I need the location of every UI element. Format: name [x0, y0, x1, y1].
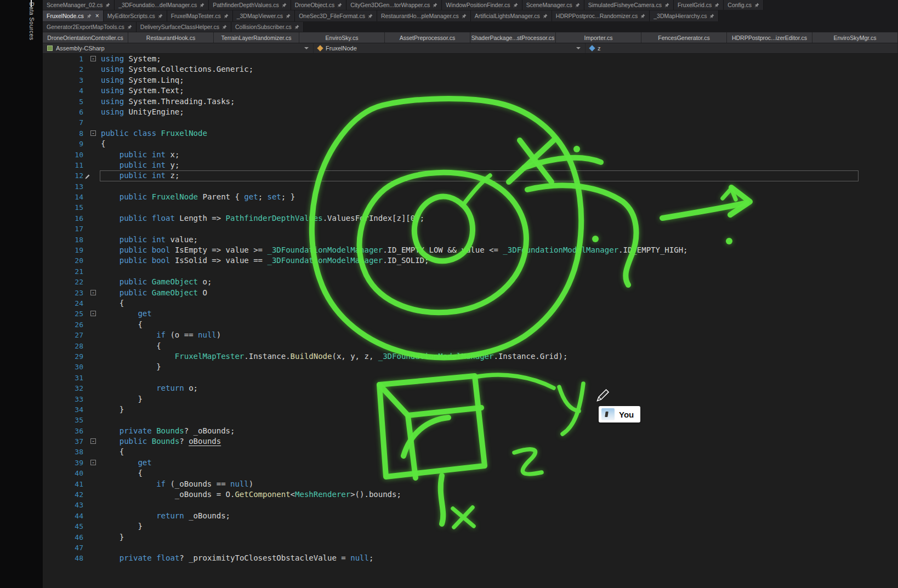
- tab-FruxelNode.cs[interactable]: FruxelNode.cs×: [43, 10, 104, 21]
- code-line-9[interactable]: 9{: [43, 139, 898, 149]
- code-line-34[interactable]: 34 }: [43, 404, 898, 415]
- tab-CityGen3DGen...torWrapper.cs[interactable]: CityGen3DGen...torWrapper.cs: [346, 0, 442, 10]
- code-line-11[interactable]: 11 public int y;: [43, 160, 898, 170]
- code-line-16[interactable]: 16 public float Length => PathfinderDept…: [43, 213, 898, 224]
- code-line-19[interactable]: 19 public bool IsEmpty => value >= _3DFo…: [43, 245, 898, 255]
- tab-Config.cs[interactable]: Config.cs: [724, 0, 764, 10]
- code-line-17[interactable]: 17: [43, 224, 898, 234]
- tab-HDRPPostproc...izerEditor.cs[interactable]: HDRPPostproc...izerEditor.cs: [727, 32, 812, 43]
- tab-OneSec3D_FileFormat.cs[interactable]: OneSec3D_FileFormat.cs: [295, 10, 377, 21]
- code-editor[interactable]: 1-using System;2using System.Collections…: [43, 54, 898, 588]
- code-line-37[interactable]: 37- public Bounds? oBounds: [43, 436, 898, 447]
- pushpin-icon[interactable]: [87, 14, 92, 19]
- code-line-12[interactable]: 12 public int z;: [43, 170, 898, 181]
- code-line-28[interactable]: 28 {: [43, 341, 898, 351]
- code-line-30[interactable]: 30 }: [43, 362, 898, 372]
- code-line-4[interactable]: 4using System.Text;: [43, 85, 898, 96]
- pushpin-icon[interactable]: [664, 3, 669, 8]
- code-line-20[interactable]: 20 public bool IsSolid => value == _3DFo…: [43, 255, 898, 266]
- pushpin-icon[interactable]: [337, 3, 342, 8]
- fold-minus-icon[interactable]: -: [90, 311, 96, 316]
- pushpin-icon[interactable]: [282, 3, 287, 8]
- type-dropdown[interactable]: FruxelNode: [314, 43, 586, 53]
- fold-minus-icon[interactable]: -: [90, 460, 96, 465]
- tab-SceneManager.cs[interactable]: SceneManager.cs: [522, 0, 584, 10]
- code-line-43[interactable]: 43: [43, 500, 898, 510]
- tab-Generator2ExportMapTools.cs[interactable]: Generator2ExportMapTools.cs: [43, 22, 137, 32]
- code-line-6[interactable]: 6using UnityEngine;: [43, 107, 898, 117]
- code-line-8[interactable]: 8-public class FruxelNode: [43, 128, 898, 139]
- pushpin-icon[interactable]: [222, 25, 227, 30]
- code-line-32[interactable]: 32 return o;: [43, 383, 898, 393]
- code-line-47[interactable]: 47: [43, 543, 898, 553]
- fold-minus-icon[interactable]: -: [90, 130, 96, 136]
- code-line-35[interactable]: 35: [43, 415, 898, 425]
- code-line-46[interactable]: 46 }: [43, 532, 898, 543]
- tab-FencesGenerator.cs[interactable]: FencesGenerator.cs: [641, 32, 727, 43]
- tab-ArtificialLightsManager.cs[interactable]: ArtificialLightsManager.cs: [471, 10, 552, 21]
- code-line-21[interactable]: 21: [43, 266, 898, 277]
- tab-TerrainLayerRandomizer.cs[interactable]: TerrainLayerRandomizer.cs: [214, 32, 299, 43]
- code-line-10[interactable]: 10 public int x;: [43, 150, 898, 160]
- code-line-26[interactable]: 26 {: [43, 319, 898, 330]
- code-line-15[interactable]: 15: [43, 202, 898, 213]
- pushpin-icon[interactable]: [709, 14, 714, 19]
- tab-Importer.cs[interactable]: Importer.cs: [556, 32, 641, 43]
- fold-minus-icon[interactable]: -: [90, 290, 96, 295]
- tab-WindowPositionFinder.cs[interactable]: WindowPositionFinder.cs: [442, 0, 522, 10]
- pushpin-icon[interactable]: [294, 25, 299, 30]
- chevron-down-icon[interactable]: [304, 47, 309, 49]
- code-line-1[interactable]: 1-using System;: [43, 54, 898, 64]
- tab-EnviroSky.cs[interactable]: EnviroSky.cs: [299, 32, 385, 43]
- fold-minus-icon[interactable]: -: [90, 438, 96, 444]
- pushpin-icon[interactable]: [158, 14, 163, 19]
- tab-RestaurantHook.cs[interactable]: RestaurantHook.cs: [128, 32, 214, 43]
- tab-EnviroSkyMgr.cs[interactable]: EnviroSkyMgr.cs: [812, 32, 898, 43]
- code-line-13[interactable]: 13: [43, 181, 898, 192]
- code-line-22[interactable]: 22 public GameObject o;: [43, 277, 898, 287]
- pushpin-icon[interactable]: [224, 14, 229, 19]
- pushpin-icon[interactable]: [433, 3, 437, 8]
- tab-SimulatedFisheyeCamera.cs[interactable]: SimulatedFisheyeCamera.cs: [584, 0, 674, 10]
- close-icon[interactable]: ×: [95, 13, 99, 19]
- code-line-25[interactable]: 25- get: [43, 309, 898, 319]
- tab-ShaderPackage...stProcessor.cs[interactable]: ShaderPackage...stProcessor.cs: [470, 32, 556, 43]
- tab-FruxelMapTester.cs[interactable]: FruxelMapTester.cs: [167, 10, 233, 21]
- pushpin-icon[interactable]: [714, 3, 719, 8]
- pushpin-icon[interactable]: [200, 3, 204, 8]
- code-line-39[interactable]: 39- get: [43, 458, 898, 468]
- code-line-33[interactable]: 33 }: [43, 394, 898, 404]
- pushpin-icon[interactable]: [754, 3, 759, 8]
- tab-PathfinderDepthValues.cs[interactable]: PathfinderDepthValues.cs: [209, 0, 291, 10]
- code-line-38[interactable]: 38 {: [43, 447, 898, 457]
- tab-FruxelGrid.cs[interactable]: FruxelGrid.cs: [674, 0, 724, 10]
- pushpin-icon[interactable]: [127, 25, 132, 30]
- tab-DroneOrientationController.cs[interactable]: DroneOrientationController.cs: [43, 32, 128, 43]
- code-line-7[interactable]: 7: [43, 117, 898, 128]
- pushpin-icon[interactable]: [575, 3, 580, 8]
- code-line-18[interactable]: 18 public int value;: [43, 235, 898, 245]
- code-line-14[interactable]: 14 public FruxelNode Parent { get; set; …: [43, 192, 898, 202]
- pushpin-icon[interactable]: [286, 14, 291, 19]
- member-dropdown[interactable]: z: [586, 43, 898, 53]
- chevron-down-icon[interactable]: [576, 47, 581, 49]
- code-line-36[interactable]: 36 private Bounds? _oBounds;: [43, 426, 898, 436]
- tab-_3DMapViewer.cs[interactable]: _3DMapViewer.cs: [233, 10, 295, 21]
- data-sources-tab[interactable]: Data Sources: [29, 2, 35, 41]
- tab-RestaurantHo...pleManager.cs[interactable]: RestaurantHo...pleManager.cs: [377, 10, 471, 21]
- code-line-5[interactable]: 5using System.Threading.Tasks;: [43, 96, 898, 107]
- pushpin-icon[interactable]: [543, 14, 548, 19]
- code-line-45[interactable]: 45 }: [43, 521, 898, 532]
- code-line-29[interactable]: 29 FruxelMapTester.Instance.BuildNode(x,…: [43, 351, 898, 362]
- tab-SceneManager_02.cs[interactable]: SceneManager_02.cs: [43, 0, 115, 10]
- code-line-24[interactable]: 24 {: [43, 298, 898, 309]
- pushpin-icon[interactable]: [513, 3, 518, 8]
- code-line-41[interactable]: 41 if (_oBounds == null): [43, 479, 898, 489]
- pushpin-icon[interactable]: [462, 14, 467, 19]
- tab-_3DMapHierarchy.cs[interactable]: _3DMapHierarchy.cs: [650, 10, 719, 21]
- pushpin-icon[interactable]: [640, 14, 645, 19]
- code-line-3[interactable]: 3using System.Linq;: [43, 75, 898, 85]
- tab-MyEditorScripts.cs[interactable]: MyEditorScripts.cs: [104, 10, 167, 21]
- tab-_3DFoundatio...delManager.cs[interactable]: _3DFoundatio...delManager.cs: [115, 0, 209, 10]
- code-line-31[interactable]: 31: [43, 373, 898, 383]
